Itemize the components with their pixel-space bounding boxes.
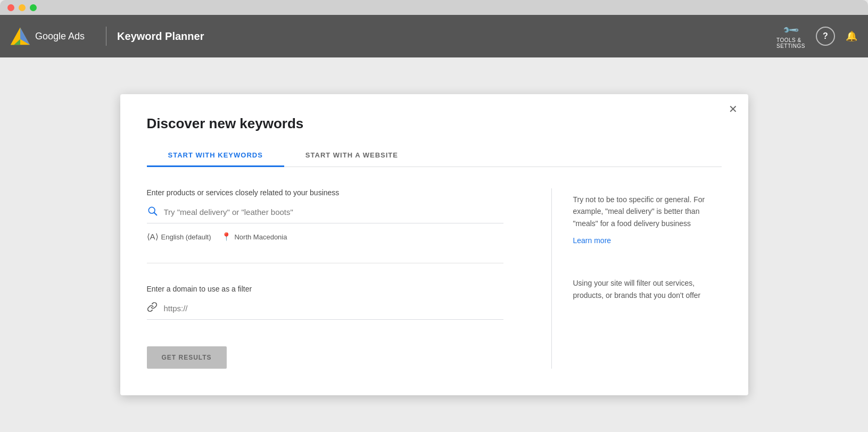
dialog-title: Discover new keywords: [147, 115, 722, 132]
content-columns: Enter products or services closely relat…: [147, 188, 722, 369]
tab-start-with-keywords[interactable]: START WITH KEYWORDS: [147, 145, 284, 167]
minimize-button-traffic-light[interactable]: [19, 4, 26, 11]
link-icon: [147, 302, 158, 315]
get-results-button[interactable]: GET RESULTS: [147, 346, 227, 369]
learn-more-link[interactable]: Learn more: [573, 236, 611, 245]
location-icon: 📍: [221, 232, 232, 242]
language-icon: ⟨A⟩: [147, 232, 159, 242]
help-icon: ?: [823, 31, 828, 41]
discover-keywords-dialog: ✕ Discover new keywords START WITH KEYWO…: [120, 94, 748, 395]
tools-label: TOOLS &SETTINGS: [776, 37, 805, 49]
svg-line-5: [154, 213, 156, 215]
keywords-input[interactable]: [164, 207, 503, 217]
keywords-input-row: [147, 205, 503, 223]
help-button[interactable]: ?: [816, 27, 835, 46]
tools-settings-button[interactable]: 🔧 TOOLS &SETTINGS: [776, 23, 805, 49]
left-column: Enter products or services closely relat…: [147, 188, 530, 369]
main-content: ✕ Discover new keywords START WITH KEYWO…: [0, 57, 868, 432]
right-column: Try not to be too specific or general. F…: [573, 188, 722, 369]
domain-input-row: [147, 302, 503, 320]
column-divider: [551, 188, 552, 369]
domain-input[interactable]: [164, 304, 503, 313]
tab-start-with-website[interactable]: START WITH A WEBSITE: [284, 145, 419, 167]
domain-hint-text: Using your site will filter out services…: [573, 277, 722, 301]
notifications-icon[interactable]: 🔔: [846, 30, 857, 42]
search-icon: [147, 205, 158, 219]
header-right-actions: 🔧 TOOLS &SETTINGS ? 🔔: [776, 23, 857, 49]
domain-section-label: Enter a domain to use as a filter: [147, 285, 503, 293]
keywords-section-label: Enter products or services closely relat…: [147, 188, 503, 197]
window-chrome: [0, 0, 868, 15]
header: Google Ads Keyword Planner 🔧 TOOLS &SETT…: [0, 15, 868, 57]
keywords-hint-text: Try not to be too specific or general. F…: [573, 194, 722, 229]
header-divider: [106, 27, 106, 46]
google-ads-logo-icon: [11, 27, 30, 46]
location-selector[interactable]: 📍 North Macedonia: [221, 232, 287, 242]
language-label: English (default): [161, 233, 211, 241]
page-title: Keyword Planner: [117, 30, 204, 43]
language-selector[interactable]: ⟨A⟩ English (default): [147, 232, 211, 242]
dialog-close-button[interactable]: ✕: [729, 104, 738, 114]
fullscreen-button-traffic-light[interactable]: [30, 4, 37, 11]
location-label: North Macedonia: [234, 233, 287, 241]
meta-row: ⟨A⟩ English (default) 📍 North Macedonia: [147, 232, 503, 242]
keywords-hint-section: Try not to be too specific or general. F…: [573, 194, 722, 245]
tabs-bar: START WITH KEYWORDS START WITH A WEBSITE: [147, 145, 722, 167]
domain-hint-section: Using your site will filter out services…: [573, 277, 722, 301]
section-separator: [147, 263, 503, 263]
brand-label: Google Ads: [35, 31, 85, 42]
tools-icon: 🔧: [782, 21, 800, 39]
logo-area: Google Ads: [11, 27, 85, 46]
close-button-traffic-light[interactable]: [7, 4, 14, 11]
